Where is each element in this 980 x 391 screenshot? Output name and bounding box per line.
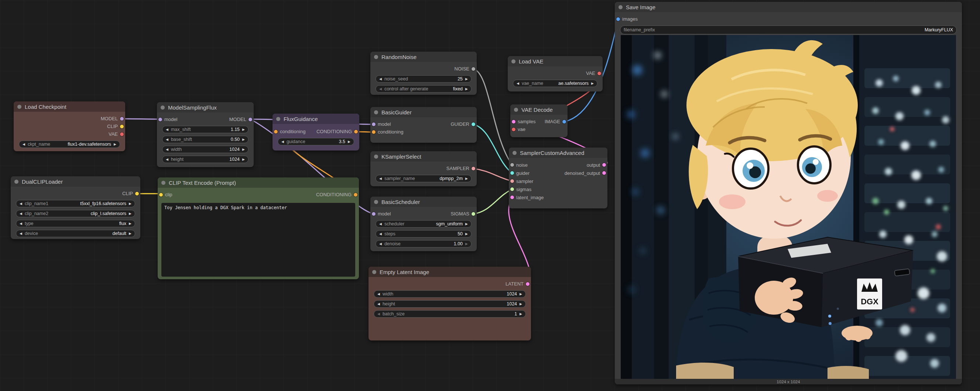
input-slot-sampler[interactable]: sampler [516, 177, 533, 185]
arrow-left-icon[interactable]: ◀ [379, 87, 382, 91]
node-clip-text-encode[interactable]: CLIP Text Encode (Prompt) clipCONDITIONI… [158, 177, 359, 279]
output-slot-vae[interactable]: VAE [586, 70, 595, 77]
arrow-right-icon[interactable]: ▶ [129, 222, 132, 225]
arrow-right-icon[interactable]: ▶ [129, 232, 132, 235]
node-header[interactable]: CLIP Text Encode (Prompt) [158, 177, 359, 188]
arrow-right-icon[interactable]: ▶ [114, 143, 116, 146]
node-header[interactable]: ModelSamplingFlux [157, 102, 254, 112]
node-header[interactable]: SamplerCustomAdvanced [509, 147, 608, 158]
input-slot-vae[interactable]: vae [518, 125, 525, 133]
input-slot-samples[interactable]: samples [518, 118, 535, 125]
widget-sampler-name[interactable]: ◀sampler_namedpmpp_2m▶ [375, 175, 471, 182]
node-flux-guidance[interactable]: FluxGuidance conditioningCONDITIONING ◀g… [272, 114, 359, 150]
slot-dot-conditioning-out[interactable] [354, 130, 358, 133]
widget-filename-prefix[interactable]: filename_prefixMarkuryFLUX [620, 25, 957, 34]
input-slot-noise[interactable]: noise [516, 161, 528, 169]
node-header[interactable]: FluxGuidance [272, 114, 359, 124]
arrow-left-icon[interactable]: ◀ [377, 302, 380, 306]
slot-dot-clip-in[interactable] [159, 193, 163, 196]
widget-device[interactable]: ◀devicedefault▶ [16, 230, 135, 237]
arrow-left-icon[interactable]: ◀ [517, 82, 519, 85]
prompt-textarea[interactable]: Toy Jensen holding a DGX Spark in a data… [161, 203, 355, 277]
collapse-dot-icon[interactable] [374, 200, 378, 204]
arrow-right-icon[interactable]: ▶ [129, 212, 132, 215]
collapse-dot-icon[interactable] [18, 105, 21, 109]
widget-width[interactable]: ◀width1024▶ [162, 146, 248, 153]
collapse-dot-icon[interactable] [372, 270, 376, 274]
output-slot-image[interactable]: IMAGE [545, 118, 560, 125]
collapse-dot-icon[interactable] [161, 181, 165, 185]
slot-dot-clip[interactable] [135, 192, 139, 195]
slot-dot-vae[interactable] [597, 71, 601, 75]
arrow-left-icon[interactable]: ◀ [377, 312, 380, 316]
arrow-right-icon[interactable]: ▶ [242, 148, 245, 151]
output-slot-latent[interactable]: LATENT [506, 280, 523, 288]
node-model-sampling-flux[interactable]: ModelSamplingFlux modelMODEL ◀max_shift1… [157, 102, 254, 167]
node-ksampler-select[interactable]: KSamplerSelect SAMPLER ◀sampler_namedpmp… [371, 151, 477, 186]
slot-dot-sigmas-in[interactable] [510, 187, 514, 191]
slot-dot-sampler[interactable] [471, 167, 475, 170]
output-slot-conditioning[interactable]: CONDITIONING [316, 191, 352, 198]
widget-clip-name1[interactable]: ◀clip_name1t5xxl_fp16.safetensors▶ [16, 200, 135, 207]
slot-dot-model[interactable] [120, 117, 124, 120]
output-slot-sampler[interactable]: SAMPLER [446, 165, 469, 172]
input-slot-model[interactable]: model [164, 116, 177, 123]
widget-steps[interactable]: ◀steps50▶ [375, 230, 471, 237]
widget-ckpt-name[interactable]: ◀ckpt_nameflux1-dev.safetensors▶ [19, 141, 120, 148]
arrow-left-icon[interactable]: ◀ [19, 212, 22, 215]
slot-dot-conditioning-out[interactable] [354, 193, 358, 196]
slot-dot-model-in[interactable] [372, 212, 375, 216]
node-save-image[interactable]: Save Image images filename_prefixMarkury… [615, 2, 962, 385]
input-slot-sigmas[interactable]: sigmas [516, 185, 531, 193]
arrow-left-icon[interactable]: ◀ [22, 143, 25, 146]
slot-dot-model-in[interactable] [158, 118, 162, 121]
arrow-right-icon[interactable]: ▶ [465, 222, 468, 226]
slot-dot-latent-image-in[interactable] [510, 195, 514, 199]
collapse-dot-icon[interactable] [374, 155, 378, 158]
arrow-left-icon[interactable]: ◀ [282, 140, 284, 144]
widget-height[interactable]: ◀height1024▶ [374, 300, 526, 308]
arrow-left-icon[interactable]: ◀ [379, 233, 382, 236]
slot-dot-noise-in[interactable] [510, 163, 514, 167]
arrow-right-icon[interactable]: ▶ [465, 177, 468, 180]
node-header[interactable]: BasicGuider [371, 107, 477, 117]
arrow-left-icon[interactable]: ◀ [166, 128, 169, 131]
collapse-dot-icon[interactable] [374, 110, 378, 114]
output-slot-model[interactable]: MODEL [101, 115, 118, 122]
node-dual-clip-loader[interactable]: DualCLIPLoader CLIP ◀clip_name1t5xxl_fp1… [11, 176, 140, 239]
arrow-right-icon[interactable]: ▶ [348, 140, 350, 144]
node-load-vae[interactable]: Load VAE VAE ◀vae_nameae.safetensors▶ [508, 56, 603, 92]
collapse-dot-icon[interactable] [276, 117, 280, 121]
node-vae-decode[interactable]: VAE Decode samplesIMAGE vae [510, 104, 568, 137]
widget-scheduler[interactable]: ◀schedulersgm_uniform▶ [375, 220, 471, 228]
node-header[interactable]: VAE Decode [510, 104, 568, 115]
output-slot-clip[interactable]: CLIP [107, 122, 118, 130]
arrow-left-icon[interactable]: ◀ [19, 232, 22, 235]
widget-guidance[interactable]: ◀guidance3.5▶ [278, 138, 354, 145]
node-sampler-custom-advanced[interactable]: SamplerCustomAdvanced noiseoutput guider… [509, 147, 608, 208]
widget-clip-name2[interactable]: ◀clip_name2clip_l.safetensors▶ [16, 210, 135, 217]
output-slot-clip[interactable]: CLIP [122, 190, 133, 197]
arrow-right-icon[interactable]: ▶ [520, 312, 522, 316]
slot-dot-noise[interactable] [471, 67, 475, 71]
widget-width[interactable]: ◀width1024▶ [374, 290, 526, 298]
collapse-dot-icon[interactable] [619, 5, 622, 9]
arrow-left-icon[interactable]: ◀ [379, 177, 382, 180]
slot-dot-model-in[interactable] [372, 122, 375, 126]
arrow-right-icon[interactable]: ▶ [129, 202, 132, 206]
collapse-dot-icon[interactable] [512, 151, 517, 155]
slot-dot-image-out[interactable] [562, 120, 566, 123]
input-slot-model[interactable]: model [378, 210, 391, 218]
node-random-noise[interactable]: RandomNoise NOISE ◀noise_seed25▶ ◀contro… [371, 52, 477, 95]
node-header[interactable]: RandomNoise [371, 52, 477, 62]
slot-dot-samples-in[interactable] [512, 120, 515, 123]
widget-noise-seed[interactable]: ◀noise_seed25▶ [375, 75, 471, 82]
slot-dot-conditioning-in[interactable] [274, 130, 278, 133]
input-slot-conditioning[interactable]: conditioning [378, 128, 403, 136]
output-slot-noise[interactable]: NOISE [455, 65, 469, 73]
collapse-dot-icon[interactable] [511, 59, 515, 63]
input-slot-model[interactable]: model [378, 120, 391, 128]
node-header[interactable]: BasicScheduler [371, 196, 477, 207]
node-basic-scheduler[interactable]: BasicScheduler modelSIGMAS ◀schedulersgm… [371, 196, 477, 251]
widget-base-shift[interactable]: ◀base_shift0.50▶ [162, 136, 248, 143]
